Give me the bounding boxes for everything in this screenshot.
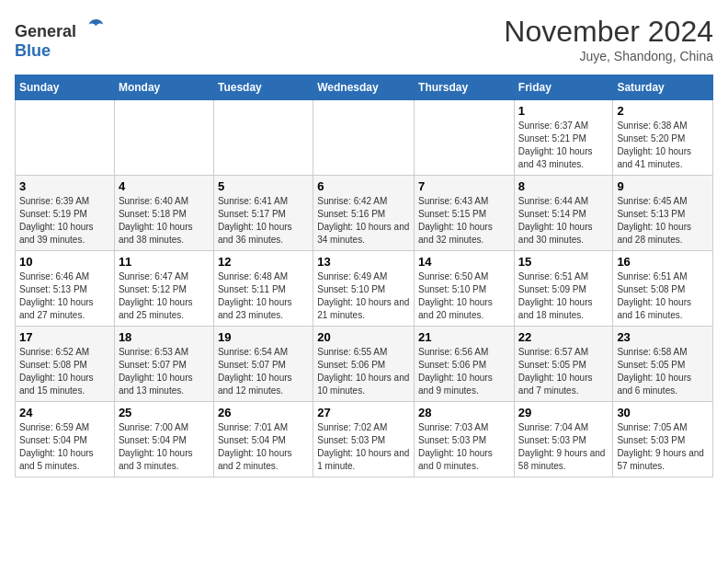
table-row [114,100,213,176]
week-row-4: 17Sunrise: 6:52 AM Sunset: 5:08 PM Dayli… [16,327,713,402]
table-row: 20Sunrise: 6:55 AM Sunset: 5:06 PM Dayli… [313,327,415,402]
day-number: 16 [617,255,709,269]
location: Juye, Shandong, China [504,49,713,63]
logo: General Blue [15,15,105,61]
table-row: 1Sunrise: 6:37 AM Sunset: 5:21 PM Daylig… [514,100,613,176]
day-number: 9 [617,179,709,193]
logo-general: General [15,22,76,40]
day-number: 27 [317,406,410,419]
day-info: Sunrise: 6:54 AM Sunset: 5:07 PM Dayligh… [218,346,309,397]
day-number: 28 [418,406,510,419]
day-info: Sunrise: 6:52 AM Sunset: 5:08 PM Dayligh… [19,346,110,397]
logo-bird-icon [83,15,105,37]
day-number: 1 [518,104,609,118]
table-row: 15Sunrise: 6:51 AM Sunset: 5:09 PM Dayli… [514,251,613,327]
day-info: Sunrise: 6:51 AM Sunset: 5:09 PM Dayligh… [518,270,609,322]
table-row: 30Sunrise: 7:05 AM Sunset: 5:03 PM Dayli… [613,402,713,477]
day-number: 18 [119,330,210,344]
day-info: Sunrise: 7:01 AM Sunset: 5:04 PM Dayligh… [218,421,309,473]
header-saturday: Saturday [613,75,713,100]
table-row: 26Sunrise: 7:01 AM Sunset: 5:04 PM Dayli… [213,402,313,477]
calendar-table: Sunday Monday Tuesday Wednesday Thursday… [15,75,713,477]
day-number: 4 [119,179,210,193]
day-number: 21 [418,330,510,344]
title-section: November 2024 Juye, Shandong, China [504,15,713,63]
day-info: Sunrise: 6:57 AM Sunset: 5:05 PM Dayligh… [518,346,609,397]
header-tuesday: Tuesday [213,75,313,100]
day-info: Sunrise: 6:45 AM Sunset: 5:13 PM Dayligh… [617,195,709,247]
table-row [313,100,415,176]
week-row-2: 3Sunrise: 6:39 AM Sunset: 5:19 PM Daylig… [16,176,713,251]
day-number: 2 [617,104,709,118]
day-number: 26 [218,406,309,419]
day-info: Sunrise: 7:04 AM Sunset: 5:03 PM Dayligh… [518,421,609,473]
day-info: Sunrise: 6:40 AM Sunset: 5:18 PM Dayligh… [119,195,210,247]
header-monday: Monday [114,75,213,100]
table-row: 10Sunrise: 6:46 AM Sunset: 5:13 PM Dayli… [16,251,115,327]
table-row: 12Sunrise: 6:48 AM Sunset: 5:11 PM Dayli… [213,251,313,327]
day-number: 8 [518,179,609,193]
table-row: 18Sunrise: 6:53 AM Sunset: 5:07 PM Dayli… [114,327,213,402]
table-row: 3Sunrise: 6:39 AM Sunset: 5:19 PM Daylig… [16,176,115,251]
page-header: General Blue November 2024 Juye, Shandon… [15,15,713,63]
day-number: 20 [317,330,410,344]
header-friday: Friday [514,75,613,100]
logo-blue: Blue [15,41,51,60]
day-info: Sunrise: 6:50 AM Sunset: 5:10 PM Dayligh… [418,270,510,322]
table-row: 24Sunrise: 6:59 AM Sunset: 5:04 PM Dayli… [16,402,115,477]
day-info: Sunrise: 6:44 AM Sunset: 5:14 PM Dayligh… [518,195,609,247]
table-row: 19Sunrise: 6:54 AM Sunset: 5:07 PM Dayli… [213,327,313,402]
day-info: Sunrise: 7:00 AM Sunset: 5:04 PM Dayligh… [119,421,210,473]
table-row: 2Sunrise: 6:38 AM Sunset: 5:20 PM Daylig… [613,100,713,176]
table-row: 5Sunrise: 6:41 AM Sunset: 5:17 PM Daylig… [213,176,313,251]
month-title: November 2024 [504,15,713,49]
table-row: 7Sunrise: 6:43 AM Sunset: 5:15 PM Daylig… [415,176,515,251]
week-row-1: 1Sunrise: 6:37 AM Sunset: 5:21 PM Daylig… [16,100,713,176]
table-row [213,100,313,176]
day-info: Sunrise: 6:43 AM Sunset: 5:15 PM Dayligh… [418,195,510,247]
header-sunday: Sunday [16,75,115,100]
table-row: 8Sunrise: 6:44 AM Sunset: 5:14 PM Daylig… [514,176,613,251]
day-info: Sunrise: 7:02 AM Sunset: 5:03 PM Dayligh… [317,421,410,473]
day-info: Sunrise: 6:49 AM Sunset: 5:10 PM Dayligh… [317,270,410,322]
table-row: 25Sunrise: 7:00 AM Sunset: 5:04 PM Dayli… [114,402,213,477]
logo-text: General Blue [15,15,105,61]
table-row: 23Sunrise: 6:58 AM Sunset: 5:05 PM Dayli… [613,327,713,402]
day-number: 11 [119,255,210,269]
day-number: 6 [317,179,410,193]
day-number: 13 [317,255,410,269]
day-number: 12 [218,255,309,269]
day-info: Sunrise: 6:48 AM Sunset: 5:11 PM Dayligh… [218,270,309,322]
table-row: 28Sunrise: 7:03 AM Sunset: 5:03 PM Dayli… [415,402,515,477]
day-info: Sunrise: 6:46 AM Sunset: 5:13 PM Dayligh… [19,270,110,322]
table-row: 14Sunrise: 6:50 AM Sunset: 5:10 PM Dayli… [415,251,515,327]
table-row: 4Sunrise: 6:40 AM Sunset: 5:18 PM Daylig… [114,176,213,251]
table-row [16,100,115,176]
day-info: Sunrise: 6:56 AM Sunset: 5:06 PM Dayligh… [418,346,510,397]
day-info: Sunrise: 6:38 AM Sunset: 5:20 PM Dayligh… [617,120,709,171]
table-row: 22Sunrise: 6:57 AM Sunset: 5:05 PM Dayli… [514,327,613,402]
day-info: Sunrise: 6:53 AM Sunset: 5:07 PM Dayligh… [119,346,210,397]
day-number: 30 [617,406,709,419]
day-number: 7 [418,179,510,193]
day-info: Sunrise: 6:39 AM Sunset: 5:19 PM Dayligh… [19,195,110,247]
week-row-5: 24Sunrise: 6:59 AM Sunset: 5:04 PM Dayli… [16,402,713,477]
day-number: 23 [617,330,709,344]
table-row: 21Sunrise: 6:56 AM Sunset: 5:06 PM Dayli… [415,327,515,402]
day-number: 14 [418,255,510,269]
table-row: 13Sunrise: 6:49 AM Sunset: 5:10 PM Dayli… [313,251,415,327]
day-info: Sunrise: 6:55 AM Sunset: 5:06 PM Dayligh… [317,346,410,397]
table-row: 29Sunrise: 7:04 AM Sunset: 5:03 PM Dayli… [514,402,613,477]
day-number: 25 [119,406,210,419]
day-info: Sunrise: 6:37 AM Sunset: 5:21 PM Dayligh… [518,120,609,171]
table-row: 17Sunrise: 6:52 AM Sunset: 5:08 PM Dayli… [16,327,115,402]
day-info: Sunrise: 6:59 AM Sunset: 5:04 PM Dayligh… [19,421,110,473]
table-row: 6Sunrise: 6:42 AM Sunset: 5:16 PM Daylig… [313,176,415,251]
header-wednesday: Wednesday [313,75,415,100]
day-number: 15 [518,255,609,269]
weekday-header-row: Sunday Monday Tuesday Wednesday Thursday… [16,75,713,100]
day-number: 10 [19,255,110,269]
day-number: 19 [218,330,309,344]
week-row-3: 10Sunrise: 6:46 AM Sunset: 5:13 PM Dayli… [16,251,713,327]
day-info: Sunrise: 6:41 AM Sunset: 5:17 PM Dayligh… [218,195,309,247]
